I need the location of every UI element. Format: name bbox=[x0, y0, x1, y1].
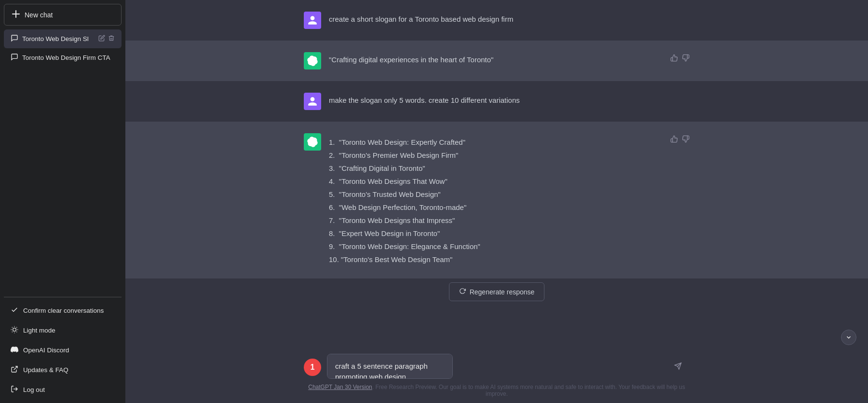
slogan-item-4: 4. "Toronto Web Designs That Wow" bbox=[329, 176, 663, 187]
message-actions-4 bbox=[670, 133, 690, 145]
sidebar: New chat Toronto Web Design Sl bbox=[0, 0, 125, 403]
sidebar-item-faq[interactable]: Updates & FAQ bbox=[4, 361, 122, 379]
message-row-2: "Crafting digital experiences in the hea… bbox=[125, 41, 868, 81]
message-inner-2: "Crafting digital experiences in the hea… bbox=[304, 52, 690, 69]
new-chat-label: New chat bbox=[25, 11, 53, 19]
sun-icon bbox=[11, 326, 18, 335]
thumbs-down-icon[interactable] bbox=[682, 54, 690, 64]
message-actions-2 bbox=[670, 52, 690, 64]
discord-label: OpenAI Discord bbox=[23, 347, 69, 354]
sidebar-item-light-mode[interactable]: Light mode bbox=[4, 321, 122, 340]
chatgpt-version-link[interactable]: ChatGPT Jan 30 Version bbox=[308, 384, 372, 390]
sidebar-item-logout[interactable]: Log out bbox=[4, 380, 122, 399]
user-avatar-1 bbox=[304, 12, 321, 29]
slogan-item-7: 7. "Toronto Web Designs that Impress" bbox=[329, 215, 663, 226]
svg-point-0 bbox=[13, 328, 16, 332]
scroll-down-button[interactable] bbox=[841, 330, 856, 345]
message-content-4: 1. "Toronto Web Design: Expertly Crafted… bbox=[329, 133, 663, 267]
slogan-item-1: 1. "Toronto Web Design: Expertly Crafted… bbox=[329, 137, 663, 148]
slogan-list: 1. "Toronto Web Design: Expertly Crafted… bbox=[329, 137, 663, 265]
conversation-list: Toronto Web Design Sl bbox=[4, 29, 122, 297]
slogan-item-2: 2. "Toronto's Premier Web Design Firm" bbox=[329, 150, 663, 161]
message-row-3: make the slogan only 5 words. create 10 … bbox=[125, 81, 868, 122]
new-chat-button[interactable]: New chat bbox=[4, 4, 122, 26]
user-number-badge: 1 bbox=[304, 359, 321, 376]
conv1-label: Toronto Web Design Sl bbox=[22, 35, 95, 42]
external-link-icon bbox=[11, 365, 18, 375]
check-icon bbox=[11, 306, 18, 315]
message-content-1: create a short slogan for a Toronto base… bbox=[329, 12, 690, 25]
footer-description: . Free Research Preview. Our goal is to … bbox=[372, 384, 685, 397]
light-mode-label: Light mode bbox=[23, 327, 55, 334]
input-row: 1 bbox=[304, 354, 690, 381]
chat-icon bbox=[11, 53, 18, 62]
sidebar-bottom: Confirm clear conversations Light mode bbox=[4, 297, 122, 399]
refresh-icon bbox=[459, 288, 466, 296]
edit-icon[interactable] bbox=[98, 35, 105, 43]
regenerate-row: Regenerate response bbox=[125, 278, 868, 303]
svg-line-7 bbox=[12, 332, 13, 332]
sidebar-item-confirm-clear[interactable]: Confirm clear conversations bbox=[4, 301, 122, 320]
thumbs-up-icon[interactable] bbox=[670, 135, 678, 145]
chat-icon bbox=[11, 34, 18, 43]
slogan-item-8: 8. "Expert Web Design in Toronto" bbox=[329, 228, 663, 239]
conv1-actions bbox=[98, 35, 115, 43]
sidebar-item-conv1[interactable]: Toronto Web Design Sl bbox=[4, 29, 122, 48]
svg-line-4 bbox=[16, 332, 17, 332]
chat-messages: create a short slogan for a Toronto base… bbox=[125, 0, 868, 348]
slogan-item-9: 9. "Toronto Web Design: Elegance & Funct… bbox=[329, 241, 663, 252]
regenerate-button[interactable]: Regenerate response bbox=[449, 282, 545, 301]
main-chat-area: create a short slogan for a Toronto base… bbox=[125, 0, 868, 403]
svg-line-8 bbox=[16, 327, 17, 328]
thumbs-down-icon[interactable] bbox=[682, 135, 690, 145]
logout-icon bbox=[11, 385, 18, 394]
ai-avatar-4 bbox=[304, 133, 321, 151]
sidebar-item-discord[interactable]: OpenAI Discord bbox=[4, 341, 122, 360]
thumbs-up-icon[interactable] bbox=[670, 54, 678, 64]
message-inner-4: 1. "Toronto Web Design: Expertly Crafted… bbox=[304, 133, 690, 267]
plus-icon bbox=[12, 10, 20, 19]
slogan-item-3: 3. "Crafting Digital in Toronto" bbox=[329, 163, 663, 174]
footer-text: ChatGPT Jan 30 Version. Free Research Pr… bbox=[304, 381, 690, 399]
message-row-1: create a short slogan for a Toronto base… bbox=[125, 0, 868, 41]
conv2-label: Toronto Web Design Firm CTA bbox=[22, 54, 115, 61]
slogan-item-6: 6. "Web Design Perfection, Toronto-made" bbox=[329, 202, 663, 213]
message-content-3: make the slogan only 5 words. create 10 … bbox=[329, 93, 690, 106]
message-row-4: 1. "Toronto Web Design: Expertly Crafted… bbox=[125, 122, 868, 278]
chat-input[interactable] bbox=[327, 354, 453, 379]
chat-input-area: 1 ChatGPT Jan 30 Version. Free Research … bbox=[125, 348, 868, 403]
discord-icon bbox=[11, 346, 18, 355]
message-inner-3: make the slogan only 5 words. create 10 … bbox=[304, 93, 690, 110]
message-content-2: "Crafting digital experiences in the hea… bbox=[329, 52, 663, 66]
svg-line-9 bbox=[14, 366, 17, 370]
confirm-clear-label: Confirm clear conversations bbox=[23, 307, 104, 314]
sidebar-item-conv2[interactable]: Toronto Web Design Firm CTA bbox=[4, 48, 122, 67]
send-button[interactable] bbox=[672, 360, 684, 374]
ai-avatar-2 bbox=[304, 52, 321, 69]
slogan-item-10: 10. "Toronto's Best Web Design Team" bbox=[329, 254, 663, 265]
slogan-item-5: 5. "Toronto's Trusted Web Design" bbox=[329, 189, 663, 200]
message-inner-1: create a short slogan for a Toronto base… bbox=[304, 12, 690, 29]
delete-icon[interactable] bbox=[108, 35, 115, 43]
logout-label: Log out bbox=[23, 386, 45, 393]
regenerate-label: Regenerate response bbox=[470, 288, 535, 296]
user-avatar-3 bbox=[304, 93, 321, 110]
svg-line-3 bbox=[12, 327, 13, 328]
faq-label: Updates & FAQ bbox=[23, 366, 68, 374]
